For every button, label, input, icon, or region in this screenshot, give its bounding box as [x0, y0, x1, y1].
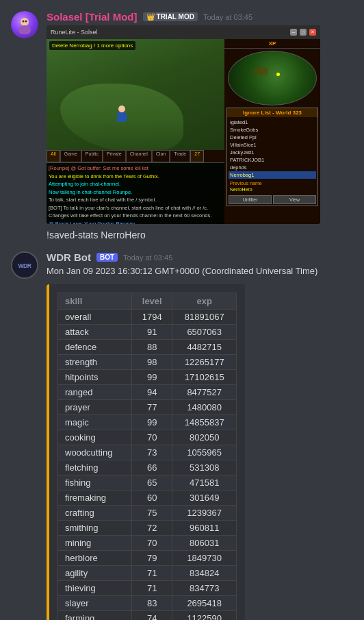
cell-exp: 1122590: [172, 611, 237, 621]
timestamp-solasel: Today at 03:45: [203, 13, 252, 21]
cell-exp: 471581: [172, 475, 237, 491]
ignore-list-panel: Ignore List - World 323 igiated1 SmokeGo…: [226, 108, 318, 206]
cell-level: 60: [132, 491, 172, 506]
header-level: level: [132, 293, 172, 310]
table-row: mining70806031: [58, 536, 237, 551]
cell-skill: ranged: [58, 385, 132, 400]
chat-tab-game[interactable]: Game: [60, 150, 81, 162]
cell-skill: mining: [58, 536, 132, 551]
xp-label: XP: [224, 39, 320, 49]
cell-exp: 1055965: [172, 445, 237, 460]
chat-tab-all[interactable]: All: [47, 150, 60, 162]
cell-level: 73: [132, 445, 172, 460]
table-row: slayer832695418: [58, 596, 237, 611]
table-row: thieving71834773: [58, 581, 237, 596]
cell-exp: 802050: [172, 430, 237, 445]
message-header-wdr: WDR Bot BOT Today at 03:45: [47, 251, 353, 263]
game-character: [115, 106, 129, 125]
message-content-solasel: Solasel [Trial Mod] 👑 Trial Mod Today at…: [47, 11, 353, 240]
chat-tab-trade[interactable]: Trade: [170, 150, 190, 162]
cell-level: 98: [132, 355, 172, 370]
ignore-action-buttons: Unfilter View: [227, 194, 317, 206]
table-row: fletching66531308: [58, 460, 237, 475]
chat-tab-27[interactable]: 27: [190, 150, 204, 162]
chat-tab-channel[interactable]: Channel: [126, 150, 152, 162]
table-row: hitpoints9917102615: [58, 370, 237, 385]
table-row: attack916507063: [58, 325, 237, 340]
cell-exp: 1849730: [172, 551, 237, 566]
table-row: ranged948477527: [58, 385, 237, 400]
ignore-item-4: VillainSice1: [229, 141, 316, 149]
cell-level: 70: [132, 430, 172, 445]
table-row: woodcutting731055965: [58, 445, 237, 460]
chat-tabs: All Game Public Private Channel Clan Tra…: [47, 150, 224, 162]
char-head: [118, 106, 125, 112]
trial-mod-badge: 👑 Trial Mod: [143, 12, 198, 21]
cell-skill: hitpoints: [58, 370, 132, 385]
cell-level: 88: [132, 340, 172, 355]
wdr-avatar-img: WDR: [12, 253, 37, 277]
cell-level: 79: [132, 551, 172, 566]
game-title-bar: RuneLite - Solsel ─ □ ✕: [47, 25, 320, 39]
cell-skill: crafting: [58, 506, 132, 521]
svg-point-0: [21, 18, 29, 26]
ignore-item-6: PATRICKJOB1: [229, 156, 316, 164]
right-panel: XP Ignore List - World 323 igiated1 Smok…: [224, 39, 320, 224]
cell-exp: 960811: [172, 521, 237, 536]
ignore-item-3: Deleted Ppl: [229, 134, 316, 141]
svg-point-3: [25, 21, 27, 23]
cell-skill: agility: [58, 566, 132, 581]
game-viewport: Delete Nerrobag / 1 more options: [47, 39, 224, 166]
stats-table: skill level exp overall179481891067attac…: [57, 293, 237, 620]
cell-exp: 6507063: [172, 325, 237, 340]
cell-skill: herblore: [58, 551, 132, 566]
avatar-wdr: WDR: [11, 251, 38, 279]
close-button[interactable]: ✕: [309, 29, 316, 36]
cell-skill: cooking: [58, 430, 132, 445]
cell-exp: 834824: [172, 566, 237, 581]
chat-line-3: Attempting to join chat-channel.: [49, 181, 222, 188]
cell-level: 99: [132, 415, 172, 430]
command-text: !saved-stats NerroHero: [47, 230, 353, 240]
cell-level: 71: [132, 566, 172, 581]
cell-level: 91: [132, 325, 172, 340]
cell-exp: 531308: [172, 460, 237, 475]
cell-level: 74: [132, 611, 172, 621]
bot-badge: BOT: [96, 253, 118, 262]
cell-level: 99: [132, 370, 172, 385]
chat-tab-public[interactable]: Public: [81, 150, 103, 162]
minimap-building: [255, 67, 268, 75]
window-controls: ─ □ ✕: [290, 29, 316, 36]
crown-icon: 👑: [146, 13, 155, 21]
unfilter-button[interactable]: Unfilter: [229, 195, 272, 204]
cell-level: 1794: [132, 310, 172, 325]
table-row: firemaking60301649: [58, 491, 237, 506]
cell-exp: 301649: [172, 491, 237, 506]
chat-line-5: To talk, start each line of chat with th…: [49, 197, 222, 204]
chat-line-6: [BOT] To talk in your clan's channel, st…: [49, 205, 222, 212]
cell-exp: 81891067: [172, 310, 237, 325]
chat-tab-clan[interactable]: Clan: [152, 150, 170, 162]
message-solasel: Solasel [Trial Mod] 👑 Trial Mod Today at…: [11, 11, 353, 240]
cell-skill: firemaking: [58, 491, 132, 506]
cell-skill: fletching: [58, 460, 132, 475]
cell-exp: 4482715: [172, 340, 237, 355]
ignore-list-title: Ignore List - World 323: [227, 108, 317, 117]
chat-tab-private[interactable]: Private: [103, 150, 126, 162]
table-row: agility71834824: [58, 566, 237, 581]
svg-text:WDR: WDR: [18, 262, 31, 269]
maximize-button[interactable]: □: [300, 29, 307, 36]
view-button[interactable]: View: [273, 195, 316, 204]
cell-skill: smithing: [58, 521, 132, 536]
cell-exp: 14855837: [172, 415, 237, 430]
cell-skill: slayer: [58, 596, 132, 611]
cell-skill: defence: [58, 340, 132, 355]
chat-line-7: Changes will take effect on your friends…: [49, 212, 222, 220]
table-row: magic9914855837: [58, 415, 237, 430]
header-exp: exp: [172, 293, 237, 310]
cell-level: 66: [132, 460, 172, 475]
cell-level: 77: [132, 400, 172, 415]
cell-exp: 806031: [172, 536, 237, 551]
minimize-button[interactable]: ─: [290, 29, 297, 36]
ignore-item-7: dephds: [229, 164, 316, 171]
